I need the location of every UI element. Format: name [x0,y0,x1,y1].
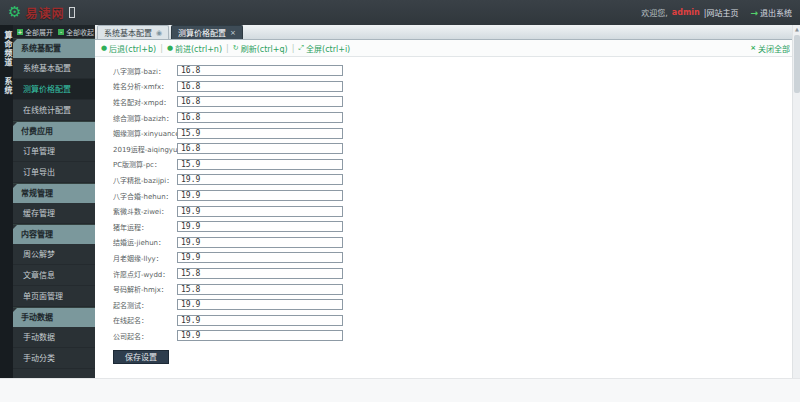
form-row: 结婚运-jiehun： [113,235,800,251]
sidebar-item[interactable]: 单页面管理 [13,286,95,307]
sidebar-item[interactable]: 缓存管理 [13,203,95,224]
sidebar-item-label: 文章信息 [23,271,55,280]
price-input[interactable] [177,143,343,154]
scrollbar-thumb[interactable] [794,35,800,93]
sidebar-item[interactable]: 手动数据 [13,327,95,348]
price-input[interactable] [177,128,343,139]
forward-label: 前进(ctrl+n) [175,43,222,54]
main-area: 系统基本配置 ◉ 测算价格配置 × ● 后退(ctrl+b) | ● 前进(ct… [95,25,800,378]
toolbar-separator: | [292,44,295,53]
tab-bar: 系统基本配置 ◉ 测算价格配置 × [95,25,800,40]
form-row: 公司起名： [113,328,800,344]
price-input[interactable] [177,174,343,185]
sidebar-item[interactable]: 订单导出 [13,162,95,183]
price-input[interactable] [177,299,343,310]
site-home-link[interactable]: |网站主页 [704,7,739,18]
sidebar-item[interactable]: 测算价格配置 [13,79,95,100]
tab[interactable]: 测算价格配置 × [171,25,243,39]
field-label: 号码解析-hmjx： [113,284,177,294]
sidebar-item-label: 手动分类 [23,354,55,363]
tab[interactable]: 系统基本配置 ◉ [97,25,169,39]
price-input[interactable] [177,206,343,217]
price-input[interactable] [177,81,343,92]
form-row: 综合测算-bazizh： [113,110,800,126]
sidebar-item[interactable]: 手动数据 [13,307,95,327]
field-label: 紫微斗数-ziwei： [113,206,177,216]
save-settings-button[interactable]: 保存设置 [113,350,169,364]
price-input[interactable] [177,65,343,76]
refresh-button[interactable]: ↻ 刷新(ctrl+q) [233,43,288,54]
vertical-scrollbar[interactable]: ▲ [792,25,800,378]
top-header: ⚙ 易读网 欢迎您, admin |网站主页 → 退出系统 [0,0,800,25]
field-label: PC版测算-pc： [113,159,177,169]
logout-button[interactable]: → 退出系统 [750,7,792,18]
sidebar-item-label: 内容管理 [21,230,53,239]
price-input[interactable] [177,112,343,123]
price-input[interactable] [177,284,343,295]
sidebar-item[interactable]: 订单管理 [13,141,95,162]
sidebar-item[interactable]: 内容管理 [13,224,95,244]
sidebar-item[interactable]: 付费应用 [13,121,95,141]
sidebar-item-label: 周公解梦 [23,250,55,259]
field-label: 姓名分析-xmfx： [113,81,177,91]
sidebar-item[interactable]: 手动分类 [13,348,95,369]
form-row: 号码解析-hmjx： [113,281,800,297]
field-label: 八字精批-bazijpi： [113,175,177,185]
logo: ⚙ 易读网 [8,4,75,21]
field-label: 八字合婚-hehun： [113,191,177,201]
tab-close-icon[interactable]: ◉ [156,29,162,37]
refresh-label: 刷新(ctrl+q) [241,43,288,54]
sidebar: + 全部展开 - 全部收起 系统基配置 系统基本配置 测算价格配置 在线统计配置… [13,25,95,378]
close-all-label: 关闭全部 [758,43,790,54]
field-label: 结婚运-jiehun： [113,237,177,247]
sidebar-item[interactable]: 系统基本配置 [13,58,95,79]
price-input[interactable] [177,252,343,263]
field-label: 起名测试： [113,300,177,310]
tab-label: 系统基本配置 [104,27,152,38]
form-row: 姻缘测算-xinyuance： [113,125,800,141]
form-row: 姓名分析-xmfx： [113,79,800,95]
sidebar-item[interactable]: 常规管理 [13,183,95,203]
form-row: 在线起名： [113,313,800,329]
price-input[interactable] [177,315,343,326]
username: admin [672,8,700,17]
scroll-up-icon[interactable]: ▲ [793,25,800,33]
price-input[interactable] [177,221,343,232]
field-label: 综合测算-bazizh： [113,113,177,123]
back-button[interactable]: ● 后退(ctrl+b) [101,43,156,54]
price-config-form: 八字测算-bazi： 姓名分析-xmfx： 姓名配对-xmpd： 综合测算-ba… [95,57,800,378]
price-input[interactable] [177,268,343,279]
price-input[interactable] [177,237,343,248]
field-label: 猪年运程： [113,222,177,232]
back-icon: ● [101,44,107,52]
sidebar-item[interactable]: 系统基配置 [13,38,95,58]
field-label: 在线起名： [113,315,177,325]
price-input[interactable] [177,96,343,107]
expand-all-icon: + [17,29,23,35]
sidebar-topbar: + 全部展开 - 全部收起 [13,25,95,38]
tab-close-icon[interactable]: × [230,29,236,37]
close-all-button[interactable]: × 关闭全部 [750,43,790,54]
fullscreen-button[interactable]: ⤢ 全屏(ctrl+i) [298,43,350,54]
expand-all-button[interactable]: + 全部展开 [17,27,53,37]
collapse-all-button[interactable]: - 全部收起 [58,27,94,37]
fullscreen-icon: ⤢ [298,44,304,52]
sidebar-item[interactable]: 周公解梦 [13,244,95,265]
form-row: 姓名配对-xmpd： [113,94,800,110]
price-input[interactable] [177,159,343,170]
sidebar-item-label: 付费应用 [21,127,53,136]
sidebar-item-label: 在线统计配置 [23,106,71,115]
refresh-icon: ↻ [233,44,239,52]
forward-button[interactable]: ● 前进(ctrl+n) [167,43,222,54]
toolbar-separator: | [160,44,163,53]
sidebar-item-label: 手动数据 [23,333,55,342]
price-input[interactable] [177,190,343,201]
form-rows: 八字测算-bazi： 姓名分析-xmfx： 姓名配对-xmpd： 综合测算-ba… [113,63,800,344]
bottom-strip [0,378,800,402]
sidebar-item[interactable]: 文章信息 [13,265,95,286]
channel-strip: 算命频道 系统 [0,25,13,378]
sidebar-item[interactable]: 在线统计配置 [13,100,95,121]
field-label: 八字测算-bazi： [113,66,177,76]
price-input[interactable] [177,330,343,341]
field-label: 2019运程-aiqingyunc： [113,144,177,154]
